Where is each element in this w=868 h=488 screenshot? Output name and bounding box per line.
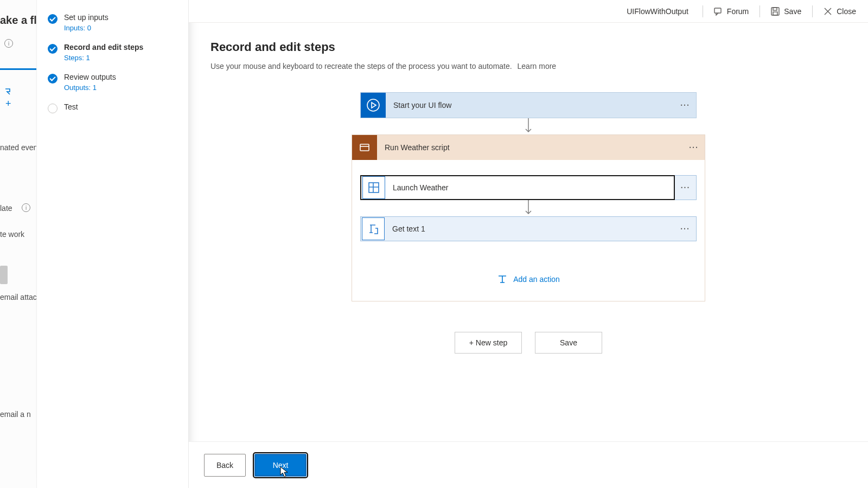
- save-label: Save: [784, 7, 801, 16]
- wizard-step-outputs[interactable]: Review outputs Outputs: 1: [43, 67, 182, 97]
- flow-name: UIFlowWithOutput: [627, 7, 688, 16]
- card-more-button[interactable]: ···: [683, 143, 705, 152]
- svg-rect-1: [771, 8, 779, 15]
- card-more-button[interactable]: ···: [675, 175, 697, 200]
- forum-label: Forum: [727, 7, 749, 16]
- main-content: Record and edit steps Use your mouse and…: [189, 23, 868, 488]
- add-action-icon: [497, 274, 508, 285]
- background-page-fragment: ake a fl i + nated even late i te work e…: [0, 0, 37, 488]
- close-button[interactable]: Close: [816, 0, 864, 23]
- wizard-step-record[interactable]: Record and edit steps Steps: 1: [43, 37, 182, 67]
- forum-button[interactable]: Forum: [706, 0, 756, 23]
- text-icon: [362, 217, 385, 240]
- add-action-label: Add an action: [513, 275, 560, 284]
- canvas-save-button[interactable]: Save: [535, 332, 602, 354]
- wizard-step-inputs[interactable]: Set up inputs Inputs: 0: [43, 8, 182, 37]
- bg-frag-1: nated even: [0, 143, 37, 152]
- check-icon: [48, 74, 58, 84]
- info-icon: i: [4, 39, 13, 48]
- more-icon: ···: [680, 224, 690, 233]
- flow-arrow: [523, 200, 534, 216]
- info-icon: i: [22, 203, 30, 212]
- new-step-label: + New step: [469, 338, 507, 347]
- new-step-button[interactable]: + New step: [455, 332, 522, 354]
- wizard-step-title: Record and edit steps: [64, 43, 143, 52]
- bg-frag-5: email a n: [0, 410, 31, 419]
- add-action-button[interactable]: Add an action: [497, 274, 560, 285]
- next-label: Next: [273, 461, 289, 470]
- wizard-step-sub: Outputs: 1: [64, 84, 116, 92]
- card-more-button[interactable]: ···: [674, 93, 696, 118]
- launch-weather-card[interactable]: Launch Weather: [360, 175, 675, 200]
- footer-bar: Back Next: [189, 441, 868, 488]
- wizard-step-sub: Steps: 1: [64, 54, 143, 62]
- get-text-card[interactable]: Get text 1 ···: [360, 216, 697, 241]
- page-title: Record and edit steps: [210, 40, 846, 54]
- bg-frag-4: email attac: [0, 293, 37, 301]
- divider: [703, 5, 703, 17]
- launch-card-label: Launch Weather: [386, 183, 674, 192]
- top-bar: UIFlowWithOutput Forum Save Close: [189, 0, 868, 23]
- script-icon: [352, 135, 377, 160]
- flow-icon: [4, 87, 13, 95]
- wizard-step-title: Set up inputs: [64, 13, 108, 22]
- more-icon: ···: [681, 183, 691, 192]
- divider: [760, 5, 760, 17]
- step-pending-icon: [48, 104, 58, 113]
- close-icon: [824, 7, 832, 16]
- wizard-step-title: Review outputs: [64, 73, 116, 81]
- bg-tool-icons: +: [4, 87, 13, 108]
- svg-rect-5: [360, 144, 369, 151]
- chat-icon: [714, 7, 723, 16]
- close-label: Close: [837, 7, 856, 16]
- back-label: Back: [216, 461, 233, 470]
- script-header[interactable]: Run Weather script ···: [352, 135, 705, 160]
- learn-more-link[interactable]: Learn more: [518, 62, 557, 70]
- script-container: Run Weather script ··· Launch Weather ··…: [352, 134, 705, 301]
- bg-heading: ake a fl: [0, 14, 37, 27]
- card-more-button[interactable]: ···: [674, 224, 696, 233]
- wizard-panel: Set up inputs Inputs: 0 Record and edit …: [37, 0, 189, 488]
- save-button[interactable]: Save: [763, 0, 809, 23]
- bg-frag-3: te work: [0, 230, 24, 239]
- script-body: Launch Weather ··· Get text 1 ···: [352, 160, 705, 301]
- svg-point-4: [367, 99, 379, 111]
- svg-rect-6: [369, 183, 379, 192]
- start-card-label: Start your UI flow: [386, 101, 674, 110]
- canvas-save-label: Save: [560, 338, 577, 347]
- play-record-icon: [361, 93, 386, 118]
- plus-icon: +: [5, 99, 13, 108]
- bg-tab-underline: [0, 68, 37, 70]
- page-description: Use your mouse and keyboard to recreate …: [210, 62, 846, 70]
- svg-rect-3: [773, 12, 777, 15]
- more-icon: ···: [680, 101, 690, 110]
- bg-frag-2: late: [0, 204, 12, 213]
- wizard-step-sub: Inputs: 0: [64, 24, 108, 32]
- canvas-buttons: + New step Save: [455, 332, 602, 354]
- check-icon: [48, 44, 58, 54]
- flow-arrow: [523, 118, 534, 134]
- get-text-label: Get text 1: [386, 224, 674, 233]
- wizard-step-title: Test: [64, 102, 78, 111]
- svg-rect-0: [714, 8, 721, 13]
- wizard-step-test[interactable]: Test: [43, 97, 182, 119]
- svg-rect-2: [773, 8, 777, 10]
- window-icon: [362, 176, 385, 199]
- bg-preview-thumb: [0, 266, 8, 284]
- divider: [812, 5, 813, 17]
- more-icon: ···: [689, 143, 699, 152]
- next-button[interactable]: Next: [254, 454, 307, 477]
- script-header-label: Run Weather script: [377, 143, 683, 152]
- start-flow-card[interactable]: Start your UI flow ···: [360, 92, 697, 118]
- back-button[interactable]: Back: [204, 454, 246, 477]
- flow-canvas: Start your UI flow ··· Run Weather scrip…: [210, 92, 846, 354]
- check-icon: [48, 14, 58, 24]
- save-icon: [771, 7, 780, 16]
